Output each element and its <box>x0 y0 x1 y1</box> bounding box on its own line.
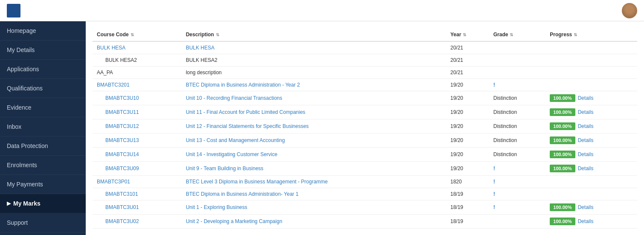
course-code-link[interactable]: BULK HESA <box>97 45 125 51</box>
sidebar-item-inbox[interactable]: Inbox <box>0 117 86 136</box>
cell-course-code[interactable]: BMABTC3101 <box>93 188 182 200</box>
sidebar-item-enrolments[interactable]: Enrolments <box>0 156 86 175</box>
description-link[interactable]: Unit 10 - Recording Financial Transactio… <box>186 95 282 101</box>
cell-course-code[interactable]: BMABTC3U14 <box>93 148 182 162</box>
cell-course-code[interactable]: BULK HESA <box>93 41 182 54</box>
details-link[interactable]: Details <box>578 204 594 210</box>
details-link[interactable]: Details <box>578 95 594 101</box>
cell-course-code[interactable]: BMABTC3U02 <box>93 215 182 229</box>
description-link[interactable]: Unit 11 - Final Account for Public Limit… <box>186 109 305 115</box>
sidebar-item-support[interactable]: Support <box>0 213 86 232</box>
details-link[interactable]: Details <box>578 137 594 143</box>
sidebar-item-timetable[interactable]: Timetable <box>0 232 86 235</box>
cell-description[interactable]: BTEC Diploma in Business Administration … <box>182 79 446 91</box>
cell-description[interactable]: BTEC Diploma in Business Administration-… <box>182 188 446 200</box>
col-header-grade[interactable]: Grade⇅ <box>489 28 545 41</box>
course-code-link[interactable]: BMABTC3201 <box>97 82 130 88</box>
description-link[interactable]: Unit 1 - Exploring Business <box>186 204 247 210</box>
progress-bar-container: 100.00%Details <box>550 94 593 102</box>
sidebar-item-homepage[interactable]: Homepage <box>0 21 86 41</box>
sidebar-item-qualifications[interactable]: Qualifications <box>0 79 86 98</box>
description-link[interactable]: BTEC Diploma in Business Administration-… <box>186 191 299 197</box>
col-header-course-code[interactable]: Course Code⇅ <box>93 28 182 41</box>
sidebar-item-my-details[interactable]: My Details <box>0 41 86 60</box>
cell-course-code[interactable]: BMABTC3U01 <box>93 200 182 215</box>
sidebar-item-my-marks[interactable]: ▶My Marks <box>0 194 86 213</box>
cell-course-code[interactable]: BMABTC3U10 <box>93 91 182 105</box>
cell-description[interactable]: BULK HESA <box>182 41 446 54</box>
cell-description[interactable]: BTEC Level 3 Diploma in Business Managem… <box>182 176 446 188</box>
description-link[interactable]: Unit 13 - Cost and Management Accounting <box>186 137 285 143</box>
course-code-link[interactable]: BMABTC3U11 <box>105 109 139 115</box>
cell-course-code[interactable]: BMABTC3P01 <box>93 176 182 188</box>
logo-icon <box>7 4 20 17</box>
cell-description[interactable]: Unit 2 - Developing a Marketing Campaign <box>182 215 446 229</box>
cell-year: 18/19 <box>446 215 489 229</box>
cell-description[interactable]: Unit 14 - Investigating Customer Service <box>182 148 446 162</box>
table-row: BMABTC3U02Unit 2 - Developing a Marketin… <box>93 215 637 229</box>
cell-progress[interactable]: 100.00%Details <box>545 200 637 215</box>
details-link[interactable]: Details <box>578 218 594 224</box>
cell-description[interactable]: Unit 13 - Cost and Management Accounting <box>182 133 446 148</box>
description-link[interactable]: BULK HESA <box>186 45 215 51</box>
cell-progress[interactable]: 100.00%Details <box>545 215 637 229</box>
cell-progress[interactable]: 100.00%Details <box>545 105 637 119</box>
course-code-link[interactable]: BMABTC3U09 <box>105 165 139 171</box>
cell-course-code[interactable]: BMABTC3U13 <box>93 133 182 148</box>
sort-icon: ⇅ <box>574 32 577 37</box>
col-header-year[interactable]: Year⇅ <box>446 28 489 41</box>
exclamation-mark: ! <box>493 191 495 197</box>
cell-progress[interactable]: 100.00%Details <box>545 133 637 148</box>
cell-description[interactable]: Unit 12 - Financial Statements for Speci… <box>182 119 446 133</box>
cell-description[interactable]: Unit 10 - Recording Financial Transactio… <box>182 91 446 105</box>
course-code-link[interactable]: BMABTC3U12 <box>105 123 139 129</box>
description-link[interactable]: BTEC Level 3 Diploma in Business Managem… <box>186 179 328 185</box>
description-link[interactable]: BTEC Diploma in Business Administration … <box>186 82 300 88</box>
cell-grade: Distinction <box>489 119 545 133</box>
details-link[interactable]: Details <box>578 165 594 171</box>
sidebar-item-evidence[interactable]: Evidence <box>0 98 86 117</box>
cell-course-code[interactable]: BMABTC3U11 <box>93 105 182 119</box>
description-link[interactable]: Unit 12 - Financial Statements for Speci… <box>186 123 309 129</box>
sidebar-item-applications[interactable]: Applications <box>0 60 86 79</box>
sidebar-item-data-protection[interactable]: Data Protection <box>0 136 86 156</box>
sidebar-item-my-payments[interactable]: My Payments <box>0 175 86 194</box>
details-link[interactable]: Details <box>578 109 594 115</box>
cell-course-code[interactable]: BMABTC3U12 <box>93 119 182 133</box>
course-code-link[interactable]: BMABTC3P01 <box>97 179 130 185</box>
course-code-link[interactable]: BMABTC3U10 <box>105 95 139 101</box>
course-code-link[interactable]: BMABTC3U02 <box>105 218 139 224</box>
exclamation-mark: ! <box>493 204 495 210</box>
cell-course-code[interactable]: BMABTC3U09 <box>93 162 182 176</box>
course-code-link[interactable]: BMABTC3U13 <box>105 137 139 143</box>
col-header-description[interactable]: Description⇅ <box>182 28 446 41</box>
sidebar-item-label: My Details <box>7 46 35 53</box>
sort-icon: ⇅ <box>510 32 513 37</box>
cell-description[interactable]: Unit 9 - Team Building in Business <box>182 162 446 176</box>
progress-bar-container: 100.00%Details <box>550 218 593 225</box>
cell-year: 19/20 <box>446 133 489 148</box>
cell-year: 19/20 <box>446 105 489 119</box>
avatar[interactable] <box>622 3 637 18</box>
cell-progress[interactable]: 100.00%Details <box>545 148 637 162</box>
cell-description[interactable]: Unit 11 - Final Account for Public Limit… <box>182 105 446 119</box>
description-link[interactable]: Unit 9 - Team Building in Business <box>186 165 264 171</box>
course-code-link[interactable]: BMABTC3U01 <box>105 204 139 210</box>
col-header-progress[interactable]: Progress⇅ <box>545 28 637 41</box>
course-code-link[interactable]: BMABTC3101 <box>105 191 138 197</box>
cell-course-code[interactable]: BMABTC3201 <box>93 79 182 91</box>
avatar-image <box>622 3 637 18</box>
details-link[interactable]: Details <box>578 123 594 129</box>
cell-progress[interactable]: 100.00%Details <box>545 119 637 133</box>
cell-grade: Distinction <box>489 105 545 119</box>
cell-description[interactable]: Unit 1 - Exploring Business <box>182 200 446 215</box>
description-link[interactable]: Unit 14 - Investigating Customer Service <box>186 151 278 157</box>
description-link[interactable]: Unit 2 - Developing a Marketing Campaign <box>186 218 282 224</box>
details-link[interactable]: Details <box>578 151 594 157</box>
cell-year: 20/21 <box>446 41 489 54</box>
cell-progress[interactable]: 100.00%Details <box>545 91 637 105</box>
cell-progress[interactable]: 100.00%Details <box>545 162 637 176</box>
cell-grade: ! <box>489 200 545 215</box>
course-code-link[interactable]: BMABTC3U14 <box>105 151 139 157</box>
cell-year: 20/21 <box>446 67 489 79</box>
